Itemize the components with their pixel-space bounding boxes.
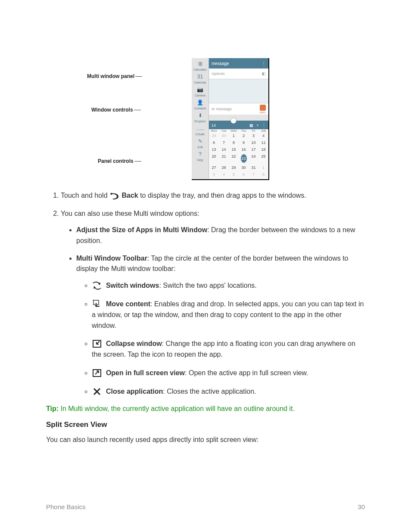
section-body: You can also launch recently used apps d… (46, 436, 365, 444)
sub-switch: Switch windows: Switch the two apps' loc… (92, 280, 365, 291)
collapse-window-icon (92, 339, 102, 348)
enter-message-row: er message 160/1 (209, 103, 268, 115)
move-content-icon (92, 299, 102, 309)
fullscreen-icon (92, 368, 102, 378)
multi-window-panel: ⊞Calculator31Calendar📷Camera👤Contacts⬇Dr… (192, 58, 209, 179)
back-icon (109, 191, 120, 200)
footer-left: Phone Basics (46, 503, 86, 510)
recipients-field: cipients◧ (209, 68, 268, 79)
sub-collapse: Collapse window: Change the app into a f… (92, 339, 365, 360)
callout-panel-controls: Panel controls (98, 158, 134, 164)
tip-text: Tip: In Multi window, the currently acti… (46, 405, 365, 413)
sub-fullscreen: Open in full screen view: Open the activ… (92, 368, 365, 379)
close-icon (92, 387, 102, 396)
multi-window-figure: Multi window panel Window controls Panel… (137, 58, 274, 181)
calendar-app: 14 ▦ + ⋮ MonTueWedThuFriSat 293012346789… (209, 121, 268, 179)
switch-windows-icon (92, 281, 102, 290)
opt-adjust: Adjust the Size of Apps in Multi Window:… (76, 225, 365, 246)
callout-window-controls: Window controls (91, 107, 133, 113)
panel-app: 📷Camera (192, 86, 209, 97)
step-2: You can also use these Multi window opti… (61, 208, 365, 397)
sub-move: Move content: Enables drag and drop. In … (92, 299, 365, 331)
panel-app: ?Help (192, 150, 209, 162)
window-control-handle (230, 118, 237, 124)
opt-toolbar: Multi Window Toolbar: Tap the circle at … (76, 253, 365, 397)
panel-app: ✎Edit (192, 137, 209, 149)
panel-app: 31Calendar (192, 73, 209, 84)
messages-app-bar: message⋮ (209, 58, 268, 68)
callout-multi-window: Multi window panel (87, 73, 134, 79)
panel-app: ⊞Calculator (192, 60, 209, 71)
step-1: Touch and hold Back to display the tray,… (61, 190, 365, 201)
footer-page: 30 (358, 503, 365, 510)
sub-close: Close application: Closes the active app… (92, 386, 365, 397)
panel-app: ⬇Dropbox (192, 112, 209, 123)
panel-app: 👤Contacts (192, 99, 209, 110)
device-mock: ⊞Calculator31Calendar📷Camera👤Contacts⬇Dr… (192, 58, 269, 180)
panel-app: …..Create (192, 124, 209, 136)
section-heading: Split Screen View (46, 420, 365, 429)
